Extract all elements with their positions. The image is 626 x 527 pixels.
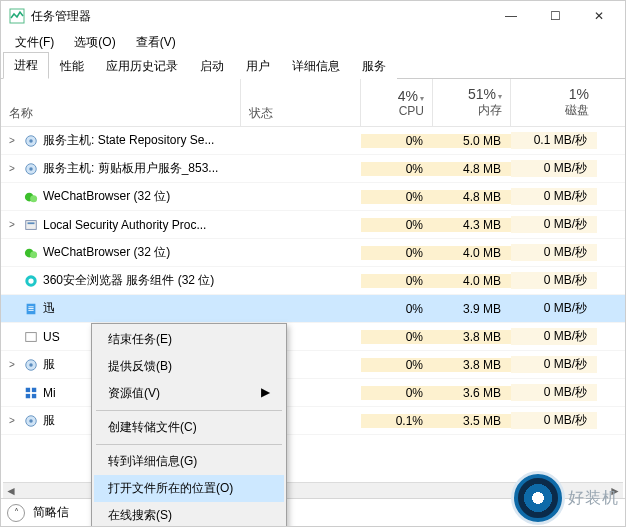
process-name: 服务主机: 剪贴板用户服务_853... xyxy=(43,160,218,177)
process-disk: 0 MB/秒 xyxy=(511,272,597,289)
svg-point-10 xyxy=(30,251,37,258)
shield-icon xyxy=(23,217,39,233)
svg-point-19 xyxy=(29,363,33,367)
process-cpu: 0% xyxy=(361,330,433,344)
chevron-down-icon: ▾ xyxy=(498,92,502,101)
menu-view[interactable]: 查看(V) xyxy=(128,32,184,53)
process-name: 服 xyxy=(43,356,55,373)
process-cpu: 0% xyxy=(361,134,433,148)
process-mem: 5.0 MB xyxy=(433,134,511,148)
process-name: Local Security Authority Proc... xyxy=(43,218,206,232)
ctx-end-task[interactable]: 结束任务(E) xyxy=(94,326,284,353)
scroll-left-icon[interactable]: ◄ xyxy=(3,484,19,498)
tab-details[interactable]: 详细信息 xyxy=(281,53,351,79)
process-mem: 4.0 MB xyxy=(433,246,511,260)
gear-icon xyxy=(23,133,39,149)
tab-users[interactable]: 用户 xyxy=(235,53,281,79)
svg-point-4 xyxy=(29,167,33,171)
table-row[interactable]: >Local Security Authority Proc...0%4.3 M… xyxy=(1,211,625,239)
process-cpu: 0% xyxy=(361,302,433,316)
tab-services[interactable]: 服务 xyxy=(351,53,397,79)
expand-icon[interactable]: > xyxy=(5,415,19,426)
table-row[interactable]: 迅0%3.9 MB0 MB/秒 xyxy=(1,295,625,323)
ctx-open-location[interactable]: 打开文件所在的位置(O) xyxy=(94,475,284,502)
minimize-button[interactable]: — xyxy=(489,2,533,30)
fewer-details-icon[interactable]: ˄ xyxy=(7,504,25,522)
col-disk[interactable]: 1% 磁盘 xyxy=(511,79,597,126)
col-cpu[interactable]: 4%▾ CPU xyxy=(361,79,433,126)
process-mem: 4.8 MB xyxy=(433,190,511,204)
watermark-text: 好装机 xyxy=(568,488,619,509)
process-name: US xyxy=(43,330,60,344)
app-icon xyxy=(9,8,25,24)
process-cpu: 0% xyxy=(361,162,433,176)
doc-icon xyxy=(23,301,39,317)
maximize-button[interactable]: ☐ xyxy=(533,2,577,30)
fewer-details-label[interactable]: 简略信 xyxy=(33,504,69,521)
table-row[interactable]: WeChatBrowser (32 位)0%4.8 MB0 MB/秒 xyxy=(1,183,625,211)
close-button[interactable]: ✕ xyxy=(577,2,621,30)
expand-icon[interactable]: > xyxy=(5,219,19,230)
ctx-resource[interactable]: 资源值(V) ▶ xyxy=(94,380,284,407)
table-row[interactable]: WeChatBrowser (32 位)0%4.0 MB0 MB/秒 xyxy=(1,239,625,267)
process-mem: 3.8 MB xyxy=(433,358,511,372)
table-row[interactable]: >服务主机: State Repository Se...0%5.0 MB0.1… xyxy=(1,127,625,155)
process-name: 360安全浏览器 服务组件 (32 位) xyxy=(43,272,214,289)
svg-point-2 xyxy=(29,139,33,143)
ctx-create-dump[interactable]: 创建转储文件(C) xyxy=(94,414,284,441)
svg-rect-20 xyxy=(26,387,30,391)
ctx-feedback[interactable]: 提供反馈(B) xyxy=(94,353,284,380)
process-mem: 4.3 MB xyxy=(433,218,511,232)
window-title: 任务管理器 xyxy=(31,8,91,25)
watermark: 好装机 xyxy=(514,474,619,522)
col-status[interactable]: 状态 xyxy=(241,79,361,126)
menubar: 文件(F) 选项(O) 查看(V) xyxy=(1,31,625,53)
svg-point-6 xyxy=(30,195,37,202)
menu-file[interactable]: 文件(F) xyxy=(7,32,62,53)
process-disk: 0 MB/秒 xyxy=(511,412,597,429)
svg-rect-15 xyxy=(28,308,33,309)
process-name: 迅 xyxy=(43,300,55,317)
watermark-logo-icon xyxy=(514,474,562,522)
process-cpu: 0% xyxy=(361,274,433,288)
svg-rect-16 xyxy=(28,309,33,310)
tab-app-history[interactable]: 应用历史记录 xyxy=(95,53,189,79)
svg-rect-8 xyxy=(28,222,35,224)
separator xyxy=(96,444,282,445)
separator xyxy=(96,410,282,411)
expand-icon[interactable]: > xyxy=(5,163,19,174)
process-disk: 0 MB/秒 xyxy=(511,216,597,233)
tab-performance[interactable]: 性能 xyxy=(49,53,95,79)
svg-rect-23 xyxy=(32,393,36,397)
process-mem: 3.6 MB xyxy=(433,386,511,400)
process-disk: 0.1 MB/秒 xyxy=(511,132,597,149)
process-name: WeChatBrowser (32 位) xyxy=(43,188,170,205)
process-disk: 0 MB/秒 xyxy=(511,160,597,177)
360-icon xyxy=(23,273,39,289)
column-header-row: 名称 状态 4%▾ CPU 51%▾ 内存 1% 磁盘 xyxy=(1,79,625,127)
col-mem[interactable]: 51%▾ 内存 xyxy=(433,79,511,126)
expand-icon[interactable]: > xyxy=(5,359,19,370)
svg-rect-21 xyxy=(32,387,36,391)
ctx-search-online[interactable]: 在线搜索(S) xyxy=(94,502,284,527)
process-cpu: 0% xyxy=(361,190,433,204)
menu-options[interactable]: 选项(O) xyxy=(66,32,123,53)
svg-rect-22 xyxy=(26,393,30,397)
expand-icon[interactable]: > xyxy=(5,135,19,146)
gear-icon xyxy=(23,357,39,373)
process-name: Mi xyxy=(43,386,56,400)
svg-point-12 xyxy=(28,278,33,283)
ctx-goto-details[interactable]: 转到详细信息(G) xyxy=(94,448,284,475)
tab-processes[interactable]: 进程 xyxy=(3,52,49,79)
svg-rect-14 xyxy=(28,306,33,307)
table-row[interactable]: >服务主机: 剪贴板用户服务_853...0%4.8 MB0 MB/秒 xyxy=(1,155,625,183)
svg-rect-7 xyxy=(26,220,37,229)
process-mem: 4.0 MB xyxy=(433,274,511,288)
process-mem: 3.5 MB xyxy=(433,414,511,428)
tab-startup[interactable]: 启动 xyxy=(189,53,235,79)
process-mem: 3.9 MB xyxy=(433,302,511,316)
process-disk: 0 MB/秒 xyxy=(511,356,597,373)
table-row[interactable]: 360安全浏览器 服务组件 (32 位)0%4.0 MB0 MB/秒 xyxy=(1,267,625,295)
process-name: 服 xyxy=(43,412,55,429)
col-name[interactable]: 名称 xyxy=(1,79,241,126)
